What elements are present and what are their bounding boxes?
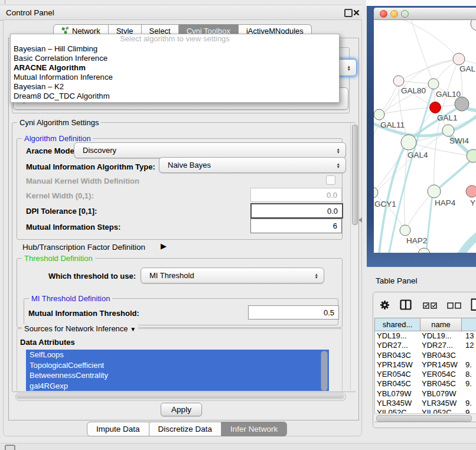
control-panel-title: Control Panel — [6, 8, 54, 17]
zoom-traffic-light[interactable] — [401, 10, 409, 18]
dpi-tolerance-field[interactable]: 0.0 — [250, 203, 343, 219]
aracne-mode-combo[interactable]: Discovery ▲▼ — [74, 142, 346, 158]
status-strip — [0, 443, 476, 450]
minimize-traffic-light[interactable] — [390, 10, 398, 18]
bottom-tab-impute-data[interactable]: Impute Data — [87, 422, 149, 436]
network-node-hap2[interactable] — [400, 225, 410, 236]
network-node-gal1[interactable] — [430, 102, 441, 113]
float-window-icon[interactable] — [344, 9, 353, 17]
mi-type-combo[interactable]: Naive Bayes ▲▼ — [159, 157, 346, 173]
node-label: GAL80 — [401, 86, 426, 95]
table-row[interactable]: YBR043CYBR043C — [375, 351, 476, 360]
algorithm-option-mutual-information-inference[interactable]: Mutual Information Inference — [11, 73, 339, 82]
document-icon[interactable] — [471, 298, 476, 313]
combo-spinner-icon: ▲▼ — [337, 162, 340, 168]
table-rows: YDL19...YDL19...13YDR27...YDR27...12YBR0… — [375, 331, 476, 413]
network-window-titlebar[interactable] — [374, 8, 476, 20]
attribute-item-topologicalcoefficient[interactable]: TopologicalCoefficient — [26, 360, 329, 371]
network-node-gal10[interactable] — [428, 79, 439, 89]
mi-steps-label: Mutual Information Steps: — [26, 223, 120, 231]
network-node-gal4[interactable] — [401, 135, 416, 150]
network-node-gal80[interactable] — [393, 76, 404, 86]
mi-steps-field[interactable]: 6 — [250, 219, 342, 233]
gear-icon[interactable] — [380, 300, 390, 312]
network-canvas[interactable]: GALGAL80GAL10GAL1GAL11SWI4GAL4GCY1HAP4YH… — [374, 20, 476, 253]
window-edge-tick — [5, 0, 5, 4]
chevron-down-icon[interactable]: ▼ — [130, 326, 136, 332]
network-node-gal11[interactable] — [374, 109, 384, 120]
network-node-y[interactable] — [466, 185, 476, 197]
network-node-hap4[interactable] — [428, 185, 441, 198]
data-attributes-list[interactable]: SelfLoopsTopologicalCoefficientBetweenne… — [26, 350, 329, 391]
desktop-background — [366, 0, 476, 6]
combo-spinner-icon: ▲▼ — [347, 65, 351, 71]
cell: YBR043C — [375, 351, 420, 360]
settings-horizontal-scrollbar[interactable] — [15, 393, 346, 401]
node-label: Y — [470, 198, 475, 207]
popup-prompt: Select algorithm to view settings — [11, 34, 339, 44]
network-node[interactable] — [471, 20, 476, 31]
table-row[interactable]: YER054CYER054C8. — [375, 370, 476, 379]
apply-button[interactable]: Apply — [161, 403, 202, 416]
node-label: GAL11 — [380, 120, 405, 129]
threshold-definition-title: Threshold Definition — [22, 254, 95, 263]
algorithm-option-basic-correlation-inference[interactable]: Basic Correlation Inference — [11, 54, 339, 63]
bottom-tab-discretize-data[interactable]: Discretize Data — [149, 422, 222, 436]
close-traffic-light[interactable] — [380, 10, 387, 18]
algorithm-option-aracne-algorithm[interactable]: ARACNE Algorithm — [11, 63, 339, 73]
node-label: GAL4 — [407, 151, 428, 159]
attributes-scrollbar[interactable] — [321, 351, 328, 391]
unchecked-pair-icon[interactable] — [447, 302, 462, 311]
cell: YBR045C — [420, 379, 462, 389]
cell: YLR345W — [375, 399, 420, 408]
collapsed-panel-icon[interactable] — [5, 445, 15, 450]
table-row[interactable]: YPR145WYPR145W9. — [375, 360, 476, 370]
bottom-tab-infer-network[interactable]: Infer Network — [221, 422, 287, 436]
algorithm-option-dream8-dc-tdc-algorithm[interactable]: Dream8 DC_TDC Algorithm — [11, 92, 339, 101]
column-header-shared-[interactable]: shared... — [374, 318, 420, 331]
hub-definition-label[interactable]: Hub/Transcription Factor Definition — [22, 243, 145, 252]
column-header-name[interactable]: name — [420, 318, 462, 331]
network-edge[interactable] — [458, 234, 476, 253]
cell: YER054C — [420, 370, 462, 379]
network-edge[interactable] — [409, 20, 433, 84]
node-label: GAL1 — [437, 113, 458, 122]
settings-vertical-scrollbar[interactable] — [350, 123, 358, 390]
table-panel-title: Table Panel — [376, 276, 418, 285]
which-threshold-combo[interactable]: MI Threshold ▲▼ — [141, 268, 324, 283]
network-edge[interactable] — [434, 159, 472, 193]
aracne-mode-label: Aracne Mode: — [26, 146, 77, 155]
bottom-tab-bar: Impute DataDiscretize DataInfer Network — [87, 422, 287, 436]
cell: YDL19... — [375, 331, 420, 341]
column-header-extra[interactable] — [462, 318, 476, 331]
network-node-swi4[interactable] — [442, 125, 454, 136]
table-horizontal-scrollbar[interactable] — [374, 413, 476, 422]
kernel-width-field[interactable]: 0.0 — [250, 188, 342, 202]
close-icon[interactable] — [353, 9, 360, 18]
columns-icon[interactable] — [400, 299, 412, 312]
algorithm-option-bayesian-hill-climbing[interactable]: Bayesian – Hill Climbing — [11, 44, 339, 54]
checked-pair-icon[interactable] — [423, 302, 438, 311]
table-row[interactable]: YBL079WYBL079W — [375, 389, 476, 399]
network-node-gal[interactable] — [453, 53, 465, 65]
attribute-item-betweennesscentrality[interactable]: BetweennessCentrality — [26, 370, 329, 381]
table-row[interactable]: YBR045CYBR045C9. — [375, 379, 476, 389]
cell: 8. — [462, 370, 472, 379]
table-row[interactable]: YDR27...YDR27...12 — [375, 341, 476, 350]
network-edge[interactable] — [392, 20, 459, 59]
mi-type-label: Mutual Information Algorithm Type: — [26, 162, 155, 171]
manual-kernel-checkbox[interactable] — [326, 175, 335, 185]
attribute-item-selfloops[interactable]: SelfLoops — [26, 350, 329, 360]
expand-right-icon[interactable]: ▶ — [161, 242, 167, 250]
table-row[interactable]: YIL052CYIL052C9 — [375, 408, 476, 413]
algorithm-popup: Select algorithm to view settings Bayesi… — [10, 34, 340, 103]
network-node[interactable] — [418, 248, 430, 253]
network-node[interactable] — [455, 97, 469, 111]
algorithm-option-bayesian-k2[interactable]: Bayesian – K2 — [11, 82, 339, 92]
table-row[interactable]: YLR345WYLR345W9. — [375, 399, 476, 408]
table-row[interactable]: YDL19...YDL19...13 — [375, 331, 476, 341]
attribute-item-gal4rgexp[interactable]: gal4RGexp — [26, 381, 329, 392]
mi-threshold-field[interactable]: 0.5 — [248, 305, 339, 319]
cell: YPR145W — [375, 360, 420, 370]
network-edge[interactable] — [379, 81, 399, 115]
